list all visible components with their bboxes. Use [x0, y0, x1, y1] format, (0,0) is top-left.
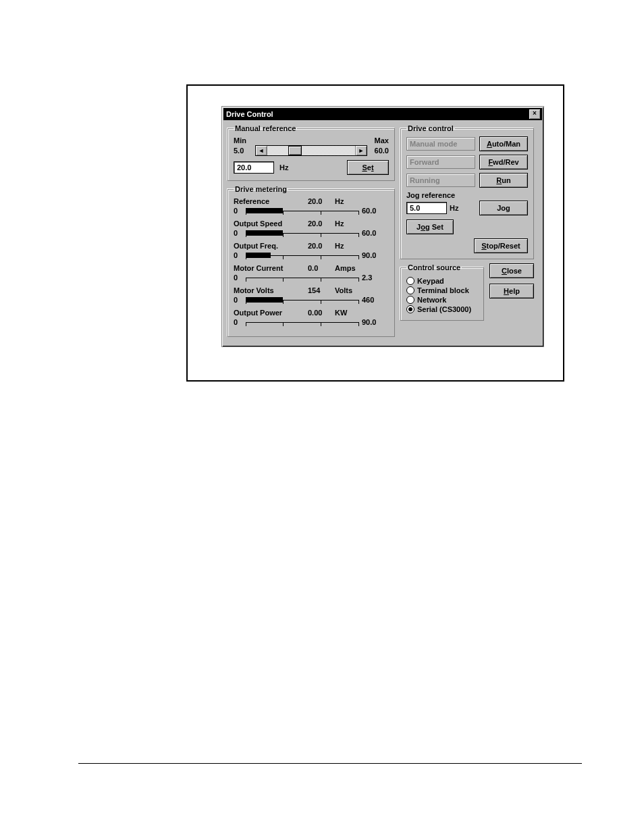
meter-lo: 0: [234, 229, 243, 237]
jog-reference-label: Jog reference: [406, 191, 528, 199]
window-title: Drive Control: [226, 108, 273, 120]
drive-control-group: Drive control Manual mode Auto/Man Forwa…: [400, 124, 534, 259]
manual-reference-legend: Manual reference: [234, 124, 297, 132]
mode-status: Manual mode: [406, 137, 475, 151]
drive-control-legend: Drive control: [406, 124, 455, 132]
meter-block: Output Freq.20.0Hz090.0: [234, 242, 389, 260]
control-source-legend: Control source: [406, 263, 462, 271]
stop-reset-button[interactable]: Stop/Reset: [474, 238, 528, 253]
meter-gauge: [246, 295, 359, 305]
meter-gauge: [246, 251, 359, 260]
control-source-group: Control source KeypadTerminal blockNetwo…: [400, 263, 484, 321]
meter-hi: 60.0: [362, 207, 389, 215]
meter-unit: Volts: [335, 286, 365, 294]
radio-icon[interactable]: [406, 305, 414, 313]
meter-name: Motor Current: [234, 264, 308, 272]
direction-status: Forward: [406, 155, 475, 169]
meter-block: Motor Volts154Volts0460: [234, 286, 389, 305]
titlebar: Drive Control ×: [223, 108, 542, 120]
reference-input[interactable]: 20.0: [234, 161, 274, 174]
meter-value: 154: [308, 286, 335, 294]
control-source-label: Keypad: [417, 277, 444, 285]
meter-block: Reference20.0Hz060.0: [234, 197, 389, 215]
control-source-label: Terminal block: [417, 286, 469, 294]
meter-unit: Hz: [335, 219, 365, 228]
meter-block: Output Power0.00KW090.0: [234, 309, 389, 327]
meter-value: 0.0: [308, 264, 335, 272]
run-status: Running: [406, 174, 475, 187]
help-button[interactable]: Help: [489, 284, 534, 298]
close-icon[interactable]: ×: [529, 109, 541, 120]
slider-thumb[interactable]: [288, 146, 302, 155]
run-button[interactable]: Run: [479, 173, 528, 188]
meter-value: 20.0: [308, 219, 335, 228]
meter-lo: 0: [234, 296, 243, 304]
max-value: 60.0: [370, 147, 389, 155]
control-source-label: Network: [417, 296, 446, 304]
close-button[interactable]: Close: [489, 263, 534, 278]
reference-slider[interactable]: ◄ ►: [255, 145, 367, 156]
arrow-left-icon[interactable]: ◄: [256, 146, 267, 155]
meter-block: Output Speed20.0Hz060.0: [234, 219, 389, 238]
meter-hi: 2.3: [362, 273, 389, 282]
jog-reference-input[interactable]: 5.0: [406, 202, 447, 214]
meter-name: Output Speed: [234, 219, 308, 228]
min-value: 5.0: [234, 147, 252, 155]
meter-value: 0.00: [308, 309, 335, 317]
radio-icon[interactable]: [406, 296, 414, 304]
radio-icon[interactable]: [406, 286, 414, 294]
meter-hi: 90.0: [362, 318, 389, 326]
meter-lo: 0: [234, 207, 243, 215]
meter-hi: 90.0: [362, 251, 389, 259]
jog-set-button[interactable]: Jog Set: [406, 219, 454, 234]
slider-track[interactable]: [267, 146, 355, 155]
meter-unit: KW: [335, 309, 365, 317]
meter-hi: 60.0: [362, 229, 389, 237]
manual-reference-group: Manual reference Min Max 5.0 ◄: [227, 124, 395, 181]
meter-gauge: [246, 273, 359, 282]
meter-lo: 0: [234, 251, 243, 259]
meter-gauge: [246, 228, 359, 238]
meter-gauge: [246, 317, 359, 327]
footer-rule: [78, 763, 582, 764]
meter-name: Motor Volts: [234, 286, 308, 294]
control-source-option[interactable]: Terminal block: [406, 286, 478, 294]
drive-metering-group: Drive metering Reference20.0Hz060.0Outpu…: [227, 185, 395, 337]
set-button[interactable]: Set: [347, 160, 389, 175]
meter-unit: Hz: [335, 242, 365, 250]
control-source-option[interactable]: Serial (CS3000): [406, 305, 478, 313]
meter-value: 20.0: [308, 197, 335, 205]
meter-block: Motor Current0.0Amps02.3: [234, 264, 389, 282]
radio-icon[interactable]: [406, 277, 414, 285]
auto-man-button[interactable]: Auto/Man: [479, 136, 528, 151]
control-source-option[interactable]: Keypad: [406, 277, 478, 285]
meter-lo: 0: [234, 273, 243, 282]
meter-gauge: [246, 206, 359, 215]
jog-unit: Hz: [450, 204, 466, 212]
meter-lo: 0: [234, 318, 243, 326]
meter-name: Output Power: [234, 309, 308, 317]
reference-unit: Hz: [279, 163, 288, 172]
meter-name: Output Freq.: [234, 242, 308, 250]
fwd-rev-button[interactable]: Fwd/Rev: [479, 155, 528, 170]
drive-metering-legend: Drive metering: [234, 185, 288, 193]
meter-unit: Amps: [335, 264, 365, 272]
meter-hi: 460: [362, 296, 389, 304]
meter-value: 20.0: [308, 242, 335, 250]
document-frame: Drive Control × Manual reference Min Max…: [186, 84, 564, 382]
arrow-right-icon[interactable]: ►: [355, 146, 367, 155]
meter-unit: Hz: [335, 197, 365, 205]
control-source-option[interactable]: Network: [406, 296, 478, 304]
max-label: Max: [375, 136, 389, 145]
meter-name: Reference: [234, 197, 308, 205]
control-source-label: Serial (CS3000): [417, 305, 471, 313]
drive-control-dialog: Drive Control × Manual reference Min Max…: [221, 106, 544, 347]
jog-button[interactable]: Jog: [479, 201, 528, 215]
min-label: Min: [234, 136, 246, 145]
